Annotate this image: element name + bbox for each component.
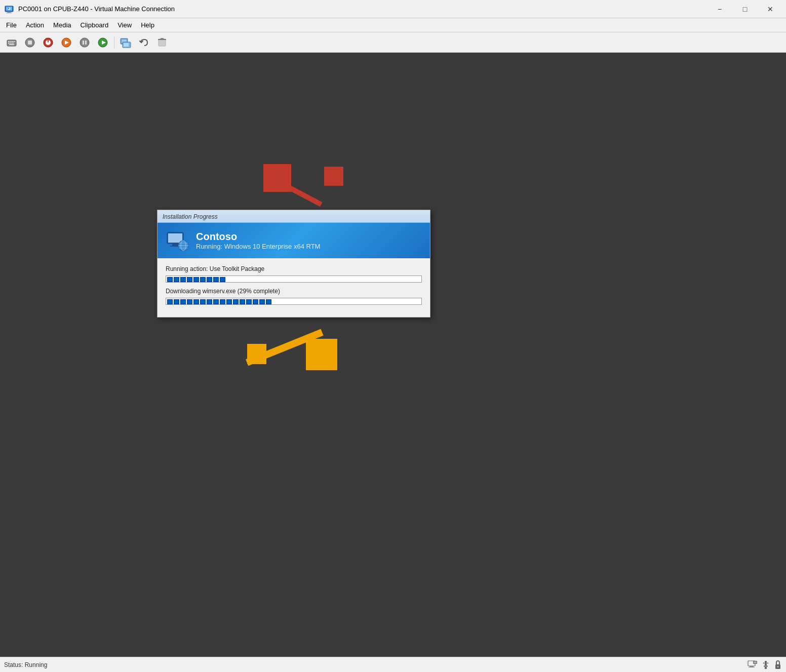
dialog-header-text: Contoso Running: Windows 10 Enterprise x…: [196, 231, 320, 250]
dialog-header: Contoso Running: Windows 10 Enterprise x…: [158, 223, 430, 258]
menu-clipboard[interactable]: Clipboard: [76, 20, 113, 30]
svg-rect-9: [12, 41, 14, 42]
svg-rect-31: [158, 39, 166, 40]
svg-rect-14: [9, 44, 14, 45]
svg-point-52: [777, 666, 779, 667]
svg-rect-11: [8, 43, 10, 44]
svg-rect-12: [10, 43, 12, 44]
svg-rect-10: [14, 41, 15, 42]
svg-rect-28: [124, 43, 129, 47]
svg-rect-8: [10, 41, 12, 42]
menu-media[interactable]: Media: [49, 20, 75, 30]
delete-button[interactable]: [153, 34, 171, 51]
toolbar: [0, 32, 786, 53]
lock-icon: [774, 660, 782, 670]
menu-bar: File Action Media Clipboard View Help: [0, 18, 786, 32]
svg-rect-23: [85, 41, 87, 45]
snapshot-button[interactable]: [117, 34, 134, 51]
status-right-icons: [748, 660, 782, 670]
svg-rect-50: [767, 662, 768, 664]
svg-rect-45: [754, 661, 757, 663]
svg-rect-29: [159, 39, 166, 46]
dialog-title-text: Installation Progress: [163, 213, 218, 220]
dialog-company-name: Contoso: [196, 231, 320, 243]
svg-rect-49: [763, 662, 764, 664]
menu-view[interactable]: View: [113, 20, 136, 30]
close-button[interactable]: ✕: [759, 2, 782, 17]
menu-file[interactable]: File: [2, 20, 21, 30]
dialog-title-bar: Installation Progress: [158, 210, 430, 223]
svg-rect-43: [749, 667, 755, 667]
svg-rect-46: [765, 661, 767, 666]
minimize-button[interactable]: −: [708, 2, 731, 17]
download-label: Downloading wimserv.exe (29% complete): [166, 288, 422, 295]
installation-dialog: Installation Progress: [157, 210, 430, 318]
title-bar: PC0001 on CPUB-Z440 - Virtual Machine Co…: [0, 0, 786, 18]
svg-rect-48: [765, 667, 767, 669]
svg-rect-47: [764, 665, 768, 667]
svg-rect-34: [172, 244, 178, 246]
status-bar: Status: Running: [0, 657, 786, 672]
start-button[interactable]: [58, 34, 75, 51]
monitor-icon: [748, 660, 758, 669]
stop-button[interactable]: [21, 34, 38, 51]
svg-rect-33: [168, 233, 182, 243]
svg-rect-7: [8, 41, 10, 42]
toolbar-separator: [114, 36, 114, 49]
progress-bar-1: [166, 275, 422, 283]
dialog-header-icon: [165, 228, 190, 253]
dialog-task-name: Running: Windows 10 Enterprise x64 RTM: [196, 243, 320, 250]
svg-rect-22: [83, 41, 84, 45]
dialog-body: Running action: Use Toolkit Package Down…: [158, 258, 430, 317]
title-bar-left: PC0001 on CPUB-Z440 - Virtual Machine Co…: [4, 4, 175, 14]
window-controls: − □ ✕: [708, 2, 782, 17]
vm-screen-area[interactable]: Installation Progress: [0, 53, 786, 657]
menu-action[interactable]: Action: [22, 20, 48, 30]
svg-rect-3: [7, 13, 12, 13]
pause-button[interactable]: [76, 34, 93, 51]
power-off-button[interactable]: [40, 34, 57, 51]
keyboard-button[interactable]: [3, 34, 20, 51]
red-shape-2: [324, 167, 343, 186]
svg-point-5: [8, 8, 9, 9]
status-text: Status: Running: [4, 661, 47, 668]
play-button[interactable]: [94, 34, 111, 51]
undo-button[interactable]: [135, 34, 152, 51]
menu-help[interactable]: Help: [137, 20, 159, 30]
svg-rect-2: [8, 12, 11, 13]
svg-rect-16: [28, 41, 32, 45]
svg-rect-42: [750, 666, 754, 667]
yellow-shape-2: [306, 339, 337, 370]
window-title: PC0001 on CPUB-Z440 - Virtual Machine Co…: [18, 5, 175, 13]
action-label: Running action: Use Toolkit Package: [166, 265, 422, 272]
restore-button[interactable]: □: [733, 2, 757, 17]
svg-rect-19: [48, 39, 49, 43]
app-icon: [4, 4, 14, 14]
progress-bar-2: [166, 298, 422, 305]
svg-rect-13: [12, 43, 14, 44]
svg-point-21: [80, 38, 89, 47]
red-connector: [276, 179, 323, 207]
usb-icon: [762, 660, 770, 670]
